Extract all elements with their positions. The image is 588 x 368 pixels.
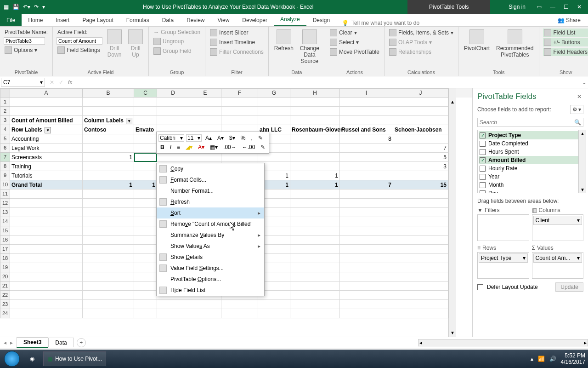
cell-H2[interactable] <box>290 107 340 116</box>
cell-B13[interactable] <box>83 208 134 217</box>
field-date-completed[interactable]: Date Completed <box>479 139 585 148</box>
tab-review[interactable]: Review <box>180 14 211 26</box>
values-dropzone[interactable]: Count of Am...▾ <box>532 252 584 279</box>
cell-B1[interactable] <box>83 98 134 107</box>
cell-J5[interactable] <box>393 134 448 144</box>
sheet-tab-data[interactable]: Data <box>48 338 74 347</box>
columns-area[interactable]: ▥Columns Client▾ <box>532 206 584 241</box>
cell-B10[interactable]: 1 <box>83 180 134 190</box>
cell-A6[interactable]: Legal Work <box>10 144 83 153</box>
filters-dropzone[interactable] <box>477 214 529 241</box>
field-checkbox[interactable] <box>480 141 486 147</box>
undo-icon[interactable]: ↶▾ <box>23 4 30 10</box>
redo-icon[interactable]: ↷ <box>34 4 39 10</box>
col-header-H[interactable]: H <box>290 88 340 98</box>
cell-C15[interactable] <box>134 226 157 236</box>
cell-B22[interactable] <box>83 291 134 300</box>
cell-C11[interactable] <box>134 190 157 199</box>
cell-J24[interactable] <box>393 309 448 318</box>
col-header-B[interactable]: B <box>83 88 134 98</box>
row-header-4[interactable]: 4 <box>0 125 10 134</box>
cell-H5[interactable] <box>290 134 340 144</box>
cell-J1[interactable] <box>393 98 448 107</box>
active-field-input[interactable] <box>57 37 102 45</box>
cell-A9[interactable]: Tutorials <box>10 171 83 180</box>
field-checkbox[interactable] <box>480 182 486 188</box>
close-pane-icon[interactable]: ✕ <box>575 93 583 100</box>
row-header-1[interactable]: 1 <box>0 98 10 107</box>
cell-C19[interactable] <box>134 263 157 272</box>
cell-A19[interactable] <box>10 263 83 272</box>
cell-B4[interactable]: Contoso <box>83 125 134 134</box>
close-icon[interactable]: ✕ <box>577 4 582 10</box>
tab-analyze[interactable]: Analyze <box>274 13 306 26</box>
pivottable-name-input[interactable] <box>4 37 45 45</box>
cell-C5[interactable] <box>134 134 157 144</box>
field-list-toggle[interactable]: Field List <box>543 29 588 37</box>
maximize-icon[interactable]: ☐ <box>564 4 569 10</box>
cell-I4[interactable]: Russel and Sons <box>340 125 393 134</box>
cell-H21[interactable] <box>290 282 340 291</box>
center-align-icon[interactable]: ≡ <box>175 143 182 151</box>
cell-D1[interactable] <box>157 98 189 107</box>
cell-H14[interactable] <box>290 217 340 226</box>
cell-C12[interactable] <box>134 199 157 208</box>
cell-C13[interactable] <box>134 208 157 217</box>
field-checkbox[interactable]: ✓ <box>480 132 486 138</box>
cell-A4[interactable]: Row Labels ▾ <box>10 125 83 134</box>
cell-A11[interactable] <box>10 190 83 199</box>
scroll-down-icon[interactable]: ▾ <box>581 186 584 193</box>
col-header-F[interactable]: F <box>221 88 258 98</box>
cell-I10[interactable]: 7 <box>340 180 393 190</box>
cell-B6[interactable] <box>83 144 134 153</box>
fields-search-box[interactable]: 🔍 <box>477 118 583 127</box>
cell-B16[interactable] <box>83 236 134 245</box>
row-header-2[interactable]: 2 <box>0 107 10 116</box>
ctx-remove-count-of-amount-billed[interactable]: Remove "Count of Amount Billed" <box>157 218 264 230</box>
cell-C21[interactable] <box>134 282 157 291</box>
cell-I24[interactable] <box>340 309 393 318</box>
minimize-icon[interactable]: — <box>550 4 555 10</box>
cell-C3[interactable] <box>134 116 157 125</box>
cell-H12[interactable] <box>290 199 340 208</box>
col-header-I[interactable]: I <box>340 88 393 98</box>
cell-A10[interactable]: Grand Total <box>10 180 83 190</box>
cell-B14[interactable] <box>83 217 134 226</box>
clear-button[interactable]: Clear ▾ <box>329 29 380 37</box>
cell-B5[interactable] <box>83 134 134 144</box>
col-header-E[interactable]: E <box>189 88 221 98</box>
add-sheet-button[interactable]: + <box>77 338 86 347</box>
row-header-13[interactable]: 13 <box>0 208 10 217</box>
cell-B7[interactable]: 1 <box>83 153 134 162</box>
sheet-nav-prev-icon[interactable]: ◂ <box>4 339 6 346</box>
ctx-format-cells[interactable]: Format Cells... <box>157 174 264 185</box>
cell-H1[interactable] <box>290 98 340 107</box>
cell-A16[interactable] <box>10 236 83 245</box>
cell-C10[interactable]: 1 <box>134 180 157 190</box>
scroll-right-icon[interactable]: ▸ <box>584 339 587 346</box>
scroll-down-icon[interactable]: ▾ <box>451 329 454 336</box>
cell-H17[interactable] <box>290 245 340 254</box>
cell-B2[interactable] <box>83 107 134 116</box>
cell-J19[interactable] <box>393 263 448 272</box>
cell-B20[interactable] <box>83 272 134 282</box>
network-icon[interactable]: 📶 <box>538 356 545 362</box>
fields-search-input[interactable] <box>480 119 574 126</box>
row-header-24[interactable]: 24 <box>0 309 10 318</box>
select-all-corner[interactable] <box>0 88 10 98</box>
defer-checkbox[interactable] <box>477 284 483 290</box>
row-header-22[interactable]: 22 <box>0 291 10 300</box>
fx-icon[interactable]: fx <box>68 79 72 86</box>
cell-J4[interactable]: Schoen-Jacobsen <box>393 125 448 134</box>
row-header-15[interactable]: 15 <box>0 226 10 236</box>
cell-H13[interactable] <box>290 208 340 217</box>
cell-D23[interactable] <box>157 300 189 309</box>
row-header-6[interactable]: 6 <box>0 144 10 153</box>
row-header-11[interactable]: 11 <box>0 190 10 199</box>
cell-B12[interactable] <box>83 199 134 208</box>
cell-A14[interactable] <box>10 217 83 226</box>
cell-I11[interactable] <box>340 190 393 199</box>
cell-A13[interactable] <box>10 208 83 217</box>
cell-I22[interactable] <box>340 291 393 300</box>
row-header-9[interactable]: 9 <box>0 171 10 180</box>
